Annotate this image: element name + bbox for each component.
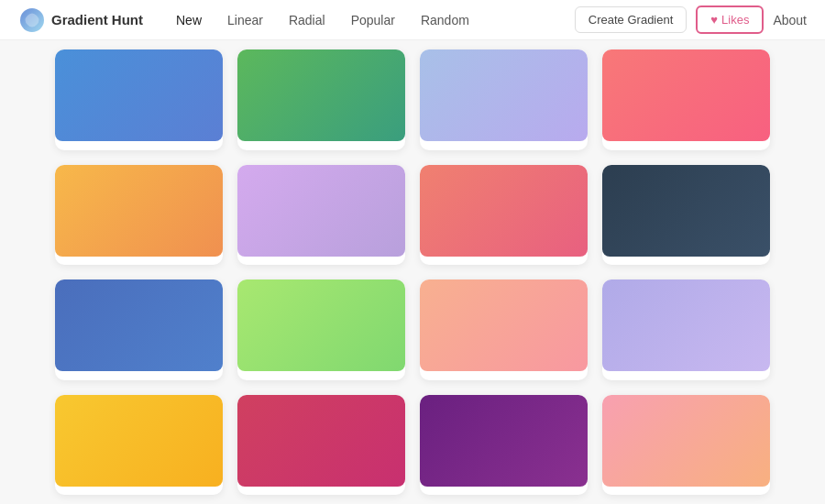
nav-new[interactable]: New — [165, 9, 213, 31]
gradient-card[interactable] — [602, 165, 770, 266]
gradient-swatch — [237, 395, 405, 487]
gradient-card[interactable] — [420, 49, 588, 150]
gradient-card[interactable] — [55, 49, 223, 150]
gradient-swatch — [55, 49, 223, 141]
gradient-swatch — [237, 49, 405, 141]
gradient-swatch — [602, 395, 770, 487]
card-footer — [602, 371, 770, 380]
card-footer — [420, 141, 588, 150]
gradient-card[interactable] — [420, 395, 588, 496]
card-footer — [237, 141, 405, 150]
card-footer — [602, 487, 770, 496]
card-footer — [55, 371, 223, 380]
card-footer — [602, 257, 770, 266]
logo-text: Gradient Hunt — [51, 12, 143, 27]
gradient-card[interactable] — [602, 279, 770, 380]
main-nav: New Linear Radial Popular Random — [165, 9, 480, 31]
nav-random[interactable]: Random — [410, 9, 480, 31]
card-footer — [420, 487, 588, 496]
card-footer — [602, 141, 770, 150]
gradient-card[interactable] — [602, 49, 770, 150]
gradient-swatch — [420, 395, 588, 487]
gradient-card[interactable] — [237, 165, 405, 266]
gradient-card[interactable] — [55, 165, 223, 266]
gradient-card[interactable] — [237, 49, 405, 150]
card-footer — [55, 487, 223, 496]
logo-icon — [18, 6, 46, 34]
card-footer — [55, 257, 223, 266]
heart-icon: ♥ — [710, 13, 718, 27]
card-footer — [420, 371, 588, 380]
card-footer — [237, 487, 405, 496]
card-footer — [237, 257, 405, 266]
gradient-grid — [0, 40, 825, 504]
gradient-swatch — [420, 165, 588, 257]
gradient-swatch — [55, 395, 223, 487]
likes-label: Likes — [721, 13, 749, 27]
likes-button[interactable]: ♥ Likes — [696, 5, 764, 34]
card-footer — [237, 371, 405, 380]
gradient-swatch — [602, 165, 770, 257]
nav-radial[interactable]: Radial — [278, 9, 336, 31]
gradient-swatch — [420, 49, 588, 141]
gradient-card[interactable] — [602, 395, 770, 496]
gradient-swatch — [237, 279, 405, 371]
gradient-card[interactable] — [55, 395, 223, 496]
nav-popular[interactable]: Popular — [340, 9, 406, 31]
gradient-swatch — [55, 165, 223, 257]
card-footer — [55, 141, 223, 150]
gradient-card[interactable] — [237, 279, 405, 380]
about-link[interactable]: About — [773, 13, 807, 27]
create-gradient-button[interactable]: Create Gradient — [575, 6, 688, 33]
gradient-swatch — [237, 165, 405, 257]
gradient-card[interactable] — [55, 279, 223, 380]
gradient-swatch — [602, 279, 770, 371]
gradient-swatch — [420, 279, 588, 371]
card-footer — [420, 257, 588, 266]
gradient-card[interactable] — [420, 165, 588, 266]
gradient-card[interactable] — [237, 395, 405, 496]
gradient-swatch — [602, 49, 770, 141]
gradient-card[interactable] — [420, 279, 588, 380]
nav-linear[interactable]: Linear — [216, 9, 274, 31]
gradient-swatch — [55, 279, 223, 371]
logo[interactable]: Gradient Hunt — [18, 6, 143, 34]
